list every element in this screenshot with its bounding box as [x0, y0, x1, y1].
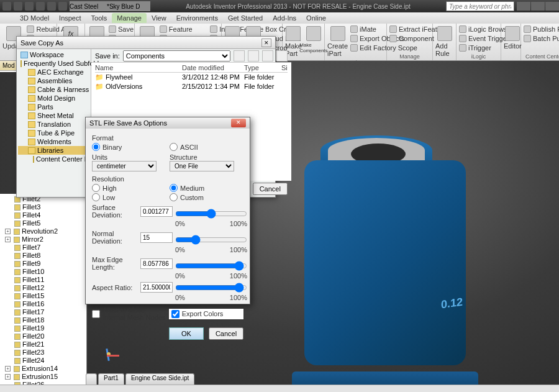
max-edge-input[interactable]: [140, 258, 173, 269]
save-icon[interactable]: [36, 2, 45, 11]
places-item[interactable]: AEC Exchange: [18, 68, 89, 76]
feature-node[interactable]: Fillet18: [5, 316, 86, 324]
places-item[interactable]: Libraries: [18, 146, 89, 155]
feature-node[interactable]: Fillet3: [5, 203, 86, 211]
tab-3dmodel[interactable]: 3D Model: [15, 13, 54, 23]
format-ascii-radio[interactable]: [170, 143, 178, 151]
close-icon[interactable]: ✕: [261, 39, 271, 47]
batch-publish-button[interactable]: Batch Publish: [522, 34, 559, 43]
feature-node[interactable]: Fillet23: [5, 349, 86, 357]
feature-node[interactable]: Fillet8: [5, 252, 86, 260]
res-custom-radio[interactable]: [170, 193, 178, 201]
feature-node[interactable]: Fillet17: [5, 308, 86, 316]
help-search-input[interactable]: [446, 1, 514, 11]
structure-dropdown[interactable]: One File: [170, 161, 234, 171]
undo-icon[interactable]: [47, 2, 56, 11]
feature-button[interactable]: Feature: [158, 25, 209, 34]
format-binary-radio[interactable]: [92, 143, 100, 151]
save-cancel-button[interactable]: Cancel: [253, 183, 288, 195]
places-item[interactable]: Weldments: [18, 137, 89, 146]
tab-tools[interactable]: Tools: [86, 13, 112, 23]
feature-node[interactable]: +Mirror2: [5, 235, 86, 244]
model-browser-tree[interactable]: Fillet2Fillet3Fillet4Fillet5+Revolution2…: [0, 194, 87, 385]
places-item[interactable]: Frequently Used Subfolders: [18, 59, 89, 68]
res-medium-radio[interactable]: [170, 184, 178, 192]
places-item[interactable]: Cable & Harness: [18, 85, 89, 94]
list-header[interactable]: NameDate modifiedTypeSi: [95, 64, 288, 73]
list-row[interactable]: 📁 Flywheel3/1/2012 12:48 PMFile folder: [95, 73, 288, 82]
feature-node[interactable]: +Extrusion14: [5, 365, 86, 373]
feature-node[interactable]: Fillet12: [5, 284, 86, 292]
places-item[interactable]: Assemblies: [18, 76, 89, 85]
publish-feature-button[interactable]: Publish Feature: [522, 25, 559, 34]
places-item[interactable]: Workspace: [18, 50, 89, 59]
tab-environments[interactable]: Environments: [171, 13, 223, 23]
back-icon[interactable]: [234, 50, 245, 62]
normal-dev-slider[interactable]: [175, 235, 247, 245]
list-row[interactable]: 📁 OldVersions2/15/2012 1:34 PMFile folde…: [95, 82, 288, 91]
allow-move-check-label[interactable]: Allow to Move Internal Mesh Nodes: [92, 306, 166, 321]
feature-node[interactable]: Fillet4: [5, 211, 86, 219]
stl-ok-button[interactable]: OK: [169, 327, 204, 340]
normal-dev-input[interactable]: [140, 232, 173, 243]
places-item[interactable]: Parts: [18, 103, 89, 111]
up-icon[interactable]: [248, 50, 259, 62]
tab-getstarted[interactable]: Get Started: [223, 13, 268, 23]
redo-icon[interactable]: [58, 2, 67, 11]
tab-online[interactable]: Online: [301, 13, 331, 23]
model-browser-tab[interactable]: Mod: [0, 61, 17, 72]
feature-node[interactable]: Fillet24: [5, 357, 86, 365]
new-icon[interactable]: [14, 2, 22, 11]
max-edge-slider[interactable]: [175, 261, 247, 271]
feature-node[interactable]: Fillet7: [5, 244, 86, 252]
feature-node[interactable]: Fillet10: [5, 268, 86, 276]
surface-dev-slider[interactable]: [175, 209, 247, 219]
feature-node[interactable]: Fillet9: [5, 260, 86, 268]
stl-cancel-button[interactable]: Cancel: [209, 327, 243, 340]
material-dropdown[interactable]: [70, 1, 107, 11]
feature-node[interactable]: +Extrusion15: [5, 373, 86, 381]
aspect-ratio-input[interactable]: [140, 282, 173, 293]
app-menu-icon[interactable]: [2, 2, 11, 11]
allow-move-check[interactable]: [92, 310, 100, 318]
maximize-button[interactable]: [531, 2, 545, 11]
surface-dev-input[interactable]: [140, 206, 173, 217]
editor-button[interactable]: Editor: [502, 25, 523, 51]
feature-node[interactable]: Fillet16: [5, 300, 86, 308]
close-icon[interactable]: ✕: [231, 119, 246, 127]
feature-node[interactable]: +Revolution2: [5, 227, 86, 235]
export-colors-check-label[interactable]: Export Colors: [169, 309, 243, 319]
doc-tab-part1[interactable]: Part1: [98, 373, 124, 385]
units-dropdown[interactable]: centimeter: [92, 161, 157, 171]
open-icon[interactable]: [25, 2, 34, 11]
tab-inspect[interactable]: Inspect: [54, 13, 86, 23]
feature-node[interactable]: Fillet19: [5, 324, 86, 332]
places-item[interactable]: Mold Design: [18, 94, 89, 103]
views-icon[interactable]: [276, 50, 288, 62]
places-item[interactable]: Content Center Files: [18, 155, 89, 163]
add-rule-button[interactable]: Add Rule: [434, 25, 455, 58]
places-item[interactable]: Tube & Pipe: [18, 129, 89, 137]
feature-node[interactable]: Fillet11: [5, 276, 86, 284]
export-colors-check[interactable]: [171, 310, 180, 318]
savein-dropdown[interactable]: Components: [123, 50, 230, 62]
places-item[interactable]: Translation: [18, 120, 89, 129]
dialog-titlebar[interactable]: STL File Save As Options ✕: [86, 117, 250, 129]
feature-node[interactable]: Fillet21: [5, 340, 86, 349]
places-item[interactable]: Sheet Metal: [18, 111, 89, 120]
dialog-titlebar[interactable]: Save Copy As ✕: [17, 37, 275, 49]
res-high-radio[interactable]: [92, 184, 100, 192]
tab-manage[interactable]: Manage: [112, 13, 147, 23]
appearance-dropdown[interactable]: [107, 1, 150, 11]
tab-addins[interactable]: Add-Ins: [268, 13, 301, 23]
feature-node[interactable]: Fillet15: [5, 292, 86, 300]
feature-node[interactable]: Fillet5: [5, 219, 86, 227]
res-low-radio[interactable]: [92, 193, 100, 201]
close-button[interactable]: [545, 2, 559, 11]
minimize-button[interactable]: [517, 2, 530, 11]
feature-node[interactable]: Fillet20: [5, 332, 86, 340]
tab-view[interactable]: View: [147, 13, 171, 23]
make-components-button[interactable]: Make Components: [303, 25, 324, 55]
create-ipart-button[interactable]: Create iPart: [326, 25, 349, 58]
new-folder-icon[interactable]: [262, 50, 273, 62]
